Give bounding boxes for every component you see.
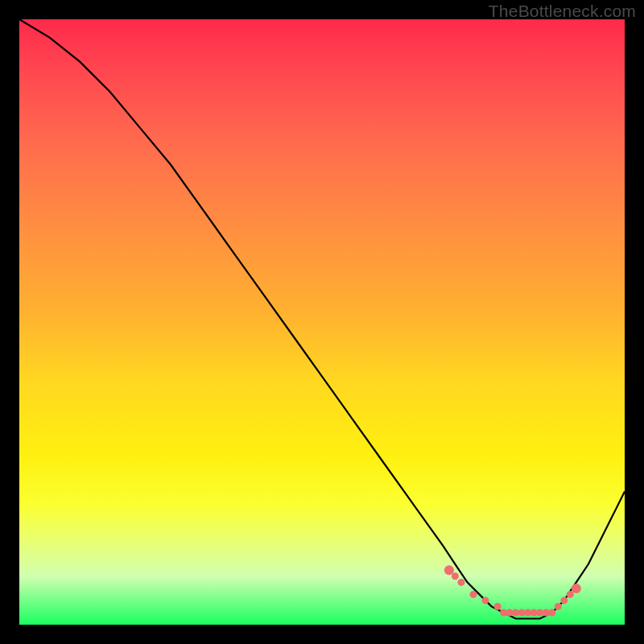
plot-area	[19, 19, 625, 625]
main-curve-path	[19, 19, 625, 619]
highlight-dot	[572, 584, 581, 593]
highlight-dot	[567, 591, 574, 598]
highlight-dot	[444, 565, 454, 575]
highlight-dots-group	[444, 565, 581, 616]
highlight-dot	[482, 597, 489, 604]
highlight-dot	[452, 572, 459, 580]
highlight-dot	[555, 603, 562, 610]
highlight-dot	[458, 579, 465, 586]
highlight-dot	[548, 609, 555, 617]
bottleneck-chart: TheBottleneck.com	[0, 0, 644, 644]
highlight-dot	[470, 591, 477, 598]
curve-svg	[19, 19, 625, 625]
watermark-text: TheBottleneck.com	[489, 2, 636, 21]
highlight-dot	[494, 603, 502, 610]
highlight-dot	[560, 597, 568, 604]
